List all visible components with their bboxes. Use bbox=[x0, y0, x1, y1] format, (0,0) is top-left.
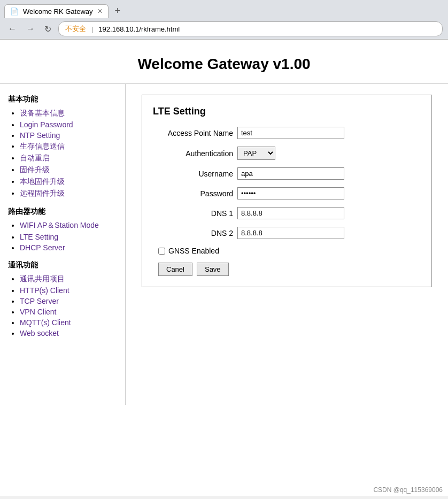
sidebar: 基本功能 设备基本信息 Login Password NTP Setting 生… bbox=[0, 84, 126, 405]
apn-row: Access Point Name bbox=[153, 127, 421, 139]
footer-watermark: CSDN @qq_115369006 bbox=[373, 486, 443, 494]
auth-label: Authentication bbox=[153, 149, 233, 158]
lte-setting-title: LTE Setting bbox=[153, 106, 421, 117]
list-item: 固件升级 bbox=[20, 165, 117, 175]
reload-button[interactable]: ↻ bbox=[42, 22, 54, 36]
browser-chrome: 📄 Welcome RK Gateway ✕ + ← → ↻ 不安全 | 192… bbox=[0, 0, 448, 40]
sidebar-link-wifi-ap[interactable]: WIFI AP＆Station Mode bbox=[20, 221, 99, 229]
apn-input[interactable] bbox=[237, 127, 344, 139]
sidebar-link-auto-restart[interactable]: 自动重启 bbox=[20, 153, 50, 162]
sidebar-link-mqtt[interactable]: MQTT(s) Client bbox=[20, 318, 71, 327]
sidebar-link-login-password[interactable]: Login Password bbox=[20, 120, 73, 129]
sidebar-link-remote-firmware[interactable]: 远程固件升级 bbox=[20, 189, 65, 197]
address-separator: | bbox=[91, 25, 93, 33]
dns2-label: DNS 2 bbox=[153, 229, 233, 237]
list-item: NTP Setting bbox=[20, 131, 117, 140]
password-input[interactable] bbox=[237, 187, 344, 199]
list-item: Web socket bbox=[20, 329, 117, 337]
list-item: 生存信息送信 bbox=[20, 142, 117, 151]
list-item: DHCP Server bbox=[20, 243, 117, 252]
list-item: LTE Setting bbox=[20, 233, 117, 241]
sidebar-section1-title: 基本功能 bbox=[8, 95, 117, 104]
tab-page-icon: 📄 bbox=[10, 7, 19, 16]
dns1-label: DNS 1 bbox=[153, 209, 233, 218]
sidebar-link-local-firmware[interactable]: 本地固件升级 bbox=[20, 177, 65, 186]
tab-close-button[interactable]: ✕ bbox=[97, 7, 103, 15]
sidebar-section2-list: WIFI AP＆Station Mode LTE Setting DHCP Se… bbox=[8, 221, 117, 252]
sidebar-section2-title: 路由器功能 bbox=[8, 207, 117, 217]
sidebar-link-survive[interactable]: 生存信息送信 bbox=[20, 142, 65, 150]
button-row: Canel Save bbox=[158, 263, 421, 276]
content-area: LTE Setting Access Point Name Authentica… bbox=[126, 84, 448, 405]
address-input[interactable]: 不安全 | 192.168.10.1/rkframe.html bbox=[58, 21, 443, 36]
list-item: HTTP(s) Client bbox=[20, 286, 117, 295]
list-item: 本地固件升级 bbox=[20, 177, 117, 187]
username-row: Username bbox=[153, 167, 421, 180]
tab-bar: 📄 Welcome RK Gateway ✕ + bbox=[0, 0, 448, 19]
new-tab-button[interactable]: + bbox=[111, 3, 125, 19]
browser-tab[interactable]: 📄 Welcome RK Gateway ✕ bbox=[4, 4, 109, 18]
main-layout: 基本功能 设备基本信息 Login Password NTP Setting 生… bbox=[0, 84, 448, 405]
list-item: VPN Client bbox=[20, 308, 117, 316]
list-item: 远程固件升级 bbox=[20, 189, 117, 198]
tab-title: Welcome RK Gateway bbox=[23, 7, 93, 16]
gnss-checkbox[interactable] bbox=[158, 248, 165, 255]
password-row: Password bbox=[153, 187, 421, 199]
list-item: MQTT(s) Client bbox=[20, 318, 117, 327]
apn-label: Access Point Name bbox=[153, 129, 233, 137]
save-button[interactable]: Save bbox=[197, 263, 229, 276]
auth-row: Authentication PAP CHAP None bbox=[153, 147, 421, 160]
sidebar-link-https-client[interactable]: HTTP(s) Client bbox=[20, 286, 69, 295]
address-bar: ← → ↻ 不安全 | 192.168.10.1/rkframe.html bbox=[0, 19, 448, 39]
sidebar-link-websocket[interactable]: Web socket bbox=[20, 329, 59, 337]
sidebar-link-ntp[interactable]: NTP Setting bbox=[20, 131, 60, 140]
username-label: Username bbox=[153, 170, 233, 178]
sidebar-link-firmware[interactable]: 固件升级 bbox=[20, 165, 50, 174]
back-button[interactable]: ← bbox=[5, 22, 19, 35]
dns1-input[interactable] bbox=[237, 207, 344, 219]
sidebar-section3-list: 通讯共用项目 HTTP(s) Client TCP Server VPN Cli… bbox=[8, 274, 117, 337]
sidebar-section3-title: 通讯功能 bbox=[8, 260, 117, 270]
security-warning: 不安全 bbox=[65, 24, 86, 34]
dns2-row: DNS 2 bbox=[153, 227, 421, 239]
sidebar-link-tcp-server[interactable]: TCP Server bbox=[20, 297, 59, 305]
cancel-button[interactable]: Canel bbox=[158, 263, 192, 276]
gnss-label: GNSS Enabled bbox=[168, 247, 219, 255]
sidebar-link-device-info[interactable]: 设备基本信息 bbox=[20, 109, 65, 117]
sidebar-link-lte[interactable]: LTE Setting bbox=[20, 233, 58, 241]
list-item: 通讯共用项目 bbox=[20, 274, 117, 284]
auth-select[interactable]: PAP CHAP None bbox=[237, 147, 275, 160]
password-label: Password bbox=[153, 189, 233, 198]
sidebar-link-comm-common[interactable]: 通讯共用项目 bbox=[20, 274, 65, 283]
sidebar-link-vpn[interactable]: VPN Client bbox=[20, 308, 56, 316]
list-item: 设备基本信息 bbox=[20, 109, 117, 118]
page-title: Welcome Gateway v1.00 bbox=[11, 56, 437, 73]
list-item: Login Password bbox=[20, 120, 117, 129]
forward-button[interactable]: → bbox=[24, 22, 37, 35]
username-input[interactable] bbox=[237, 167, 344, 180]
page-header: Welcome Gateway v1.00 bbox=[0, 40, 448, 84]
dns2-input[interactable] bbox=[237, 227, 344, 239]
sidebar-link-dhcp[interactable]: DHCP Server bbox=[20, 243, 65, 252]
page-content: Welcome Gateway v1.00 基本功能 设备基本信息 Login … bbox=[0, 40, 448, 496]
list-item: 自动重启 bbox=[20, 153, 117, 163]
list-item: TCP Server bbox=[20, 297, 117, 305]
list-item: WIFI AP＆Station Mode bbox=[20, 221, 117, 231]
sidebar-section1-list: 设备基本信息 Login Password NTP Setting 生存信息送信… bbox=[8, 109, 117, 198]
lte-setting-box: LTE Setting Access Point Name Authentica… bbox=[142, 95, 432, 287]
address-url: 192.168.10.1/rkframe.html bbox=[98, 25, 180, 33]
gnss-row: GNSS Enabled bbox=[158, 247, 421, 255]
dns1-row: DNS 1 bbox=[153, 207, 421, 219]
